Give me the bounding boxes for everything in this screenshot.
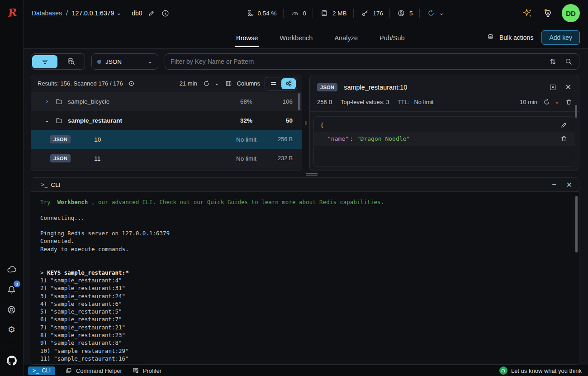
- notifications-bell-icon[interactable]: 3: [4, 281, 20, 298]
- fullscreen-icon[interactable]: [548, 82, 558, 92]
- json-editor: { "name" : "Dragon Noodle": [313, 116, 575, 167]
- keys-panel-controls: 21 min ⌄ Columns: [180, 77, 297, 90]
- cli-output[interactable]: Try Workbench , our advanced CLI. Check …: [31, 192, 579, 364]
- json-field-value: "Dragon Noodle": [357, 135, 410, 142]
- panel-resize-handle-horizontal[interactable]: [31, 171, 579, 177]
- cli-toggle-button[interactable]: >_ CLI: [28, 366, 55, 375]
- copilot-sparkles-icon[interactable]: [521, 6, 534, 20]
- columns-icon: [224, 79, 233, 88]
- folder-name: sample_restaurant: [68, 117, 194, 124]
- tab-browse[interactable]: Browse: [235, 28, 259, 47]
- details-refresh-control[interactable]: ⌄: [542, 97, 560, 107]
- folder-key-count: 106: [256, 98, 302, 105]
- insights-lightbulb-icon[interactable]: [541, 7, 555, 20]
- chevron-right-icon[interactable]: ›: [44, 98, 50, 105]
- ops-value: 0: [303, 10, 307, 17]
- cli-result-line: 1) "sample_restaurant:4": [40, 276, 570, 284]
- keys-refresh-control[interactable]: ⌄: [202, 79, 219, 88]
- scan-more-icon[interactable]: [127, 79, 136, 88]
- refresh-icon: [542, 97, 551, 107]
- chevron-down-icon: ⌄: [147, 60, 152, 63]
- left-sidebar: R 3 ⚙: [0, 0, 24, 376]
- filter-mode-group: [31, 53, 85, 70]
- workbench-link[interactable]: Workbench: [54, 199, 91, 205]
- cli-result-line: 6) "sample_restaurant:7": [40, 315, 570, 323]
- terminal-prompt-icon: >_: [33, 367, 39, 374]
- redis-logo[interactable]: R: [7, 6, 17, 19]
- bulk-actions-button[interactable]: Bulk actions: [485, 32, 533, 43]
- settings-gear-icon[interactable]: ⚙: [4, 321, 20, 338]
- key-search-input[interactable]: [171, 58, 542, 65]
- search-by-values-button[interactable]: [58, 55, 84, 68]
- feedback-headset-icon: [499, 366, 507, 375]
- key-size: 256 B: [317, 99, 332, 105]
- memory-metric: 2 MB: [313, 8, 353, 18]
- list-view-button[interactable]: [266, 78, 280, 89]
- key-type-badge: JSON: [50, 154, 71, 162]
- ops-gauge-icon: [290, 8, 300, 18]
- breadcrumb-databases-link[interactable]: Databases: [32, 10, 62, 17]
- tab-workbench[interactable]: Workbench: [279, 28, 313, 47]
- edit-json-pencil-icon[interactable]: [559, 120, 569, 130]
- cli-line: Connected.: [40, 237, 570, 245]
- metrics-refresh-control[interactable]: ⌄: [420, 8, 450, 18]
- chevron-down-icon[interactable]: ⌄: [44, 117, 50, 124]
- close-cli-icon[interactable]: ✕: [565, 179, 574, 190]
- keys-list-panel: Results: 156. Scanned 176 / 176 21 min ⌄: [31, 75, 302, 171]
- cli-result-line: 2) "sample_restaurant:31": [40, 284, 570, 292]
- close-details-icon[interactable]: ✕: [564, 81, 573, 93]
- tab-pubsub[interactable]: Pub/Sub: [379, 28, 406, 47]
- columns-toggle[interactable]: Columns: [224, 79, 260, 88]
- tab-bar: Browse Workbench Analyze Pub/Sub Bulk ac…: [24, 26, 588, 49]
- cloud-icon[interactable]: [4, 262, 20, 278]
- key-type-badge: JSON: [317, 83, 337, 91]
- cli-scrollbar[interactable]: [575, 196, 578, 252]
- key-ttl: No limit: [202, 155, 256, 162]
- chevron-down-icon: ⌄: [555, 100, 560, 104]
- search-icon[interactable]: [564, 57, 574, 67]
- key-details-title: sample_restaurant:10: [344, 84, 541, 91]
- notification-count-badge: 3: [14, 281, 20, 287]
- keys-count-value: 176: [373, 10, 384, 17]
- bulk-actions-label: Bulk actions: [499, 34, 533, 41]
- feedback-link[interactable]: Let us know what you think: [499, 366, 582, 375]
- tree-row-sample-bicycle[interactable]: › sample_bicycle 68% 106: [31, 92, 302, 111]
- cli-line: Ready to execute commands.: [40, 245, 570, 253]
- ttl-value[interactable]: No limit: [414, 99, 433, 105]
- tree-row-key-11[interactable]: JSON 11 No limit 232 B: [31, 149, 302, 168]
- tree-view-button[interactable]: [281, 78, 296, 89]
- github-icon[interactable]: [4, 352, 20, 369]
- db-info-icon[interactable]: [160, 8, 171, 19]
- main-column: Databases / 127.0.0.1:6379 ⌄ db0: [24, 0, 588, 376]
- json-field-row[interactable]: "name" : "Dragon Noodle": [314, 132, 575, 146]
- connected-clients-icon: [396, 8, 406, 18]
- edit-alias-pencil-icon[interactable]: [147, 9, 156, 18]
- database-host-selector[interactable]: 127.0.0.1:6379 ⌄: [72, 10, 121, 17]
- panel-resize-handle-vertical[interactable]: ‖: [302, 75, 309, 171]
- refresh-icon: [426, 8, 436, 18]
- user-avatar[interactable]: DD: [562, 4, 580, 22]
- command-helper-button[interactable]: Command Helper: [64, 366, 122, 375]
- clients-metric: 5: [390, 8, 419, 18]
- folder-icon: [54, 97, 64, 106]
- cli-line: [40, 222, 570, 229]
- help-lifebuoy-icon[interactable]: [4, 301, 20, 318]
- cli-header-actions: − ✕: [550, 179, 574, 190]
- json-editor-scrollbar[interactable]: [575, 105, 577, 118]
- keys-list-scrollbar[interactable]: [298, 93, 300, 110]
- tree-row-sample-restaurant[interactable]: ⌄ sample_restaurant 32% 50: [31, 111, 302, 130]
- tab-analyze[interactable]: Analyze: [333, 28, 359, 47]
- json-field-key: "name": [327, 135, 349, 142]
- profiler-icon: [131, 366, 140, 375]
- minimize-cli-icon[interactable]: −: [550, 179, 557, 190]
- keys-metric: 176: [354, 8, 390, 18]
- tree-row-key-10[interactable]: JSON 10 No limit 256 B: [31, 130, 302, 149]
- filter-by-key-button[interactable]: [32, 55, 57, 68]
- profiler-button[interactable]: Profiler: [131, 366, 161, 375]
- add-key-button[interactable]: Add key: [541, 30, 580, 45]
- key-type-filter-select[interactable]: JSON ⌄: [91, 53, 158, 70]
- delete-field-trash-icon[interactable]: [559, 134, 569, 143]
- key-details-panel: JSON sample_restaurant:10 ✕ 256 B Top-le…: [309, 75, 579, 171]
- delete-key-trash-icon[interactable]: [564, 97, 574, 107]
- sort-icon[interactable]: ⇅: [549, 56, 557, 67]
